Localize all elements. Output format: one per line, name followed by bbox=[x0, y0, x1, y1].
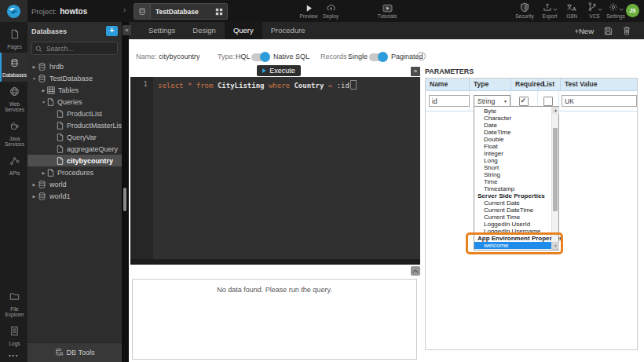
tree-item-world1[interactable]: ▶world1 bbox=[27, 190, 122, 202]
chevron-right-icon[interactable]: ▶ bbox=[31, 182, 38, 187]
delete-button[interactable] bbox=[623, 26, 631, 35]
dropdown-option-datetime[interactable]: DateTime bbox=[474, 129, 552, 136]
apps-grid-icon[interactable] bbox=[211, 8, 227, 16]
tab-query[interactable]: Query bbox=[225, 22, 262, 39]
dropdown-option-welcome[interactable]: welcome bbox=[474, 242, 552, 249]
tab-settings[interactable]: Settings bbox=[140, 22, 184, 39]
panel-splitter[interactable] bbox=[122, 22, 129, 362]
tree-item-tables[interactable]: ▶Tables bbox=[27, 84, 122, 96]
tree-item-queries[interactable]: ▼Queries bbox=[27, 96, 122, 108]
rail-item-apis[interactable]: APIs bbox=[0, 151, 27, 179]
dropdown-option-date[interactable]: Date bbox=[474, 122, 552, 129]
required-checkbox[interactable] bbox=[519, 97, 529, 106]
type-toggle[interactable] bbox=[251, 53, 269, 61]
tree-item-procedures[interactable]: ▶Procedures bbox=[27, 166, 122, 178]
param-type-select[interactable]: String ▼ bbox=[474, 95, 510, 107]
help-icon[interactable]: ? bbox=[417, 52, 426, 60]
preview-icon bbox=[305, 2, 313, 13]
security-button[interactable]: Security bbox=[512, 2, 537, 19]
rail-item-web-services[interactable]: Web Services bbox=[0, 82, 27, 116]
chevron-down-icon[interactable]: ▼ bbox=[40, 100, 47, 104]
scroll-down-icon[interactable]: ▼ bbox=[552, 242, 559, 250]
tab-design[interactable]: Design bbox=[184, 22, 225, 39]
dropdown-option-integer[interactable]: Integer bbox=[474, 150, 552, 157]
param-test-value-input[interactable] bbox=[562, 95, 637, 107]
dropdown-option-character[interactable]: Character bbox=[474, 115, 552, 122]
sql-editor[interactable]: 1 select * from CityListing where Countr… bbox=[130, 77, 420, 259]
add-database-button[interactable]: + bbox=[106, 26, 118, 36]
dropdown-option-current-datetime[interactable]: Current DateTime bbox=[474, 207, 552, 214]
rail-item-logs[interactable]: Logs bbox=[0, 321, 27, 349]
type-option-hql[interactable]: HQL bbox=[236, 53, 251, 60]
list-checkbox[interactable] bbox=[543, 97, 553, 106]
vcs-button[interactable]: VCS bbox=[584, 2, 606, 19]
rail-item-pages[interactable]: Pages bbox=[0, 24, 27, 53]
tree-item-testdatabase[interactable]: ▼TestDatabase bbox=[27, 72, 122, 84]
databases-panel: Databases + ▶hrdb▼TestDatabase▶Tables▼Qu… bbox=[27, 22, 122, 362]
collapse-panel-button[interactable]: « bbox=[123, 25, 131, 35]
dropdown-option-loggedin-userid[interactable]: LoggedIn UserId bbox=[474, 221, 552, 228]
chevron-right-icon[interactable]: ▶ bbox=[40, 170, 47, 175]
tree-item-hrdb[interactable]: ▶hrdb bbox=[27, 60, 122, 72]
dropdown-option-time[interactable]: Time bbox=[474, 178, 552, 185]
splitter-handle[interactable] bbox=[123, 188, 126, 211]
security-shield-icon bbox=[520, 2, 529, 13]
rail-item-java-services[interactable]: Java Services bbox=[0, 116, 27, 151]
type-option-native-sql[interactable]: Native SQL bbox=[273, 53, 309, 60]
execute-button[interactable]: Execute bbox=[257, 65, 301, 76]
i18n-button[interactable]: A I18N bbox=[561, 2, 583, 19]
chevron-right-icon[interactable]: ▶ bbox=[31, 64, 38, 69]
preview-button[interactable]: Preview bbox=[298, 2, 320, 19]
database-selector[interactable]: TestDatabase bbox=[134, 3, 228, 20]
dropdown-option-byte[interactable]: Byte bbox=[474, 108, 552, 115]
tree-item-aggregatequery[interactable]: aggregateQuery bbox=[27, 143, 122, 155]
tree-item-world[interactable]: ▶world bbox=[27, 178, 122, 190]
dropdown-option-current-time[interactable]: Current Time bbox=[474, 214, 552, 221]
tree-item-citybycountry[interactable]: citybycountry bbox=[27, 155, 122, 166]
tree-item-queryvar[interactable]: QueryVar bbox=[27, 131, 122, 143]
breadcrumb-chevron-icon: › bbox=[123, 6, 126, 14]
export-button[interactable]: Export bbox=[538, 2, 562, 19]
database-icon bbox=[38, 62, 46, 71]
dropdown-option-timestamp[interactable]: Timestamp bbox=[474, 185, 552, 192]
tab-procedure[interactable]: Procedure bbox=[262, 22, 314, 39]
rail-item-databases[interactable]: Databases bbox=[0, 53, 27, 81]
save-button[interactable] bbox=[604, 27, 613, 35]
coffee-icon bbox=[9, 120, 20, 134]
search-input[interactable] bbox=[45, 44, 114, 53]
dropdown-option-current-date[interactable]: Current Date bbox=[474, 199, 552, 207]
app-logo[interactable] bbox=[0, 0, 27, 22]
dropdown-option-loggedin-username[interactable]: LoggedIn Username bbox=[474, 228, 552, 235]
collapse-results-button[interactable] bbox=[411, 266, 420, 276]
svg-text:A: A bbox=[573, 6, 576, 13]
param-name-input[interactable] bbox=[429, 95, 470, 107]
chevron-right-icon[interactable]: ▶ bbox=[40, 88, 47, 93]
scroll-up-icon[interactable]: ▲ bbox=[552, 107, 559, 114]
more-options-icon[interactable]: ••• bbox=[0, 352, 27, 359]
db-tools-icon bbox=[55, 348, 64, 358]
settings-button[interactable]: Settings bbox=[603, 2, 628, 19]
tutorials-button[interactable]: Tutorials bbox=[374, 2, 401, 19]
db-tools-button[interactable]: DB Tools bbox=[27, 342, 122, 362]
scrollbar-thumb[interactable] bbox=[553, 128, 558, 211]
deploy-button[interactable]: Deploy bbox=[320, 2, 342, 19]
user-avatar[interactable]: JS bbox=[626, 4, 639, 17]
trash-icon bbox=[623, 26, 631, 35]
column-header-list: List bbox=[539, 79, 561, 90]
dropdown-option-short[interactable]: Short bbox=[474, 164, 552, 171]
rail-item-file-explorer[interactable]: File Explorer bbox=[0, 287, 27, 321]
chevron-right-icon[interactable]: ▶ bbox=[31, 194, 38, 199]
new-query-button[interactable]: +New bbox=[574, 27, 594, 35]
records-option-single[interactable]: Single bbox=[348, 53, 368, 60]
dropdown-option-string[interactable]: String bbox=[474, 171, 552, 178]
tree-item-productlist[interactable]: ProductList bbox=[27, 108, 122, 119]
records-toggle[interactable] bbox=[369, 53, 386, 61]
chevron-down-icon[interactable]: ▼ bbox=[31, 76, 38, 81]
editor-horizontal-scrollbar[interactable] bbox=[130, 259, 420, 265]
dropdown-scrollbar[interactable]: ▲ ▼ bbox=[551, 107, 558, 250]
dropdown-option-float[interactable]: Float bbox=[474, 143, 552, 150]
tree-item-productmasterlist[interactable]: ProductMasterList bbox=[27, 119, 122, 131]
dropdown-option-long[interactable]: Long bbox=[474, 157, 552, 164]
dropdown-option-double[interactable]: Double bbox=[474, 136, 552, 143]
expand-parameters-button[interactable]: » bbox=[411, 67, 420, 76]
